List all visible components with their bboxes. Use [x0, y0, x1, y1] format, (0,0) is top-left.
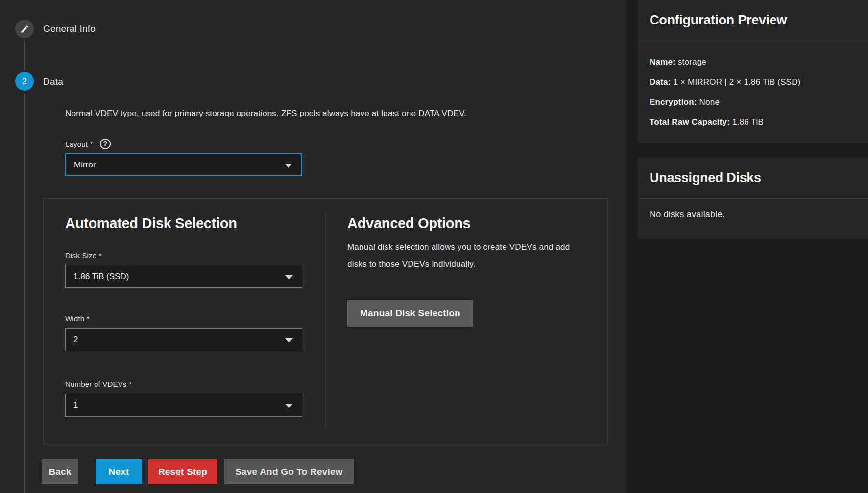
- step-general-info-label[interactable]: General Info: [43, 23, 96, 34]
- back-button[interactable]: Back: [42, 459, 78, 484]
- config-encryption-value: None: [699, 97, 720, 107]
- number-of-vdevs-label: Number of VDEVs *: [65, 380, 132, 388]
- chevron-down-icon: [285, 164, 292, 168]
- disk-size-label: Disk Size *: [65, 251, 102, 259]
- summary-sidebar: Configuration Preview Name: storage Data…: [626, 0, 868, 493]
- data-vdev-description: Normal VDEV type, used for primary stora…: [65, 109, 466, 118]
- manual-disk-selection-button[interactable]: Manual Disk Selection: [347, 300, 473, 327]
- config-name-value: storage: [678, 57, 706, 67]
- config-encryption-key: Encryption:: [650, 97, 697, 107]
- width-select[interactable]: 2: [65, 328, 302, 351]
- layout-select-value: Mirror: [74, 160, 96, 170]
- config-capacity-row: Total Raw Capacity: 1.86 TiB: [650, 112, 856, 132]
- layout-select[interactable]: Mirror: [65, 153, 302, 176]
- number-of-vdevs-select[interactable]: 1: [65, 394, 302, 417]
- step-data-number: 2: [22, 76, 27, 87]
- number-of-vdevs-select-value: 1: [73, 400, 78, 410]
- disk-size-select[interactable]: 1.86 TiB (SSD): [65, 265, 302, 288]
- config-name-row: Name: storage: [650, 52, 856, 72]
- help-icon[interactable]: ?: [100, 139, 111, 149]
- automated-disk-selection-title: Automated Disk Selection: [65, 215, 237, 232]
- config-encryption-row: Encryption: None: [650, 92, 856, 112]
- pool-wizard-main: General Info 2 Data Normal VDEV type, us…: [0, 0, 626, 493]
- configuration-preview-panel: Configuration Preview Name: storage Data…: [638, 0, 868, 143]
- step-data-label[interactable]: Data: [43, 76, 63, 87]
- configuration-preview-title: Configuration Preview: [638, 0, 868, 41]
- width-label: Width *: [65, 314, 90, 323]
- advanced-options-title: Advanced Options: [347, 215, 470, 232]
- config-name-key: Name:: [650, 57, 675, 67]
- config-capacity-key: Total Raw Capacity:: [650, 117, 730, 127]
- chevron-down-icon: [285, 275, 293, 280]
- step-data-circle[interactable]: 2: [15, 72, 34, 91]
- config-data-row: Data: 1 × MIRROR | 2 × 1.86 TiB (SSD): [650, 72, 856, 92]
- edit-pencil-icon: [20, 24, 29, 34]
- unassigned-disks-title: Unassigned Disks: [638, 158, 868, 199]
- reset-step-button[interactable]: Reset Step: [148, 459, 217, 484]
- column-divider: [325, 214, 326, 428]
- save-and-go-to-review-button[interactable]: Save And Go To Review: [224, 459, 354, 484]
- step-actions: Back Next Reset Step Save And Go To Revi…: [42, 459, 354, 484]
- config-capacity-value: 1.86 TiB: [732, 117, 764, 127]
- config-data-value: 1 × MIRROR | 2 × 1.86 TiB (SSD): [673, 77, 800, 87]
- next-button[interactable]: Next: [96, 459, 142, 484]
- width-select-value: 2: [73, 335, 78, 345]
- config-data-key: Data:: [650, 77, 671, 87]
- unassigned-disks-panel: Unassigned Disks No disks available.: [638, 158, 868, 239]
- advanced-options-description: Manual disk selection allows you to crea…: [347, 238, 585, 273]
- step-general-info-circle[interactable]: [15, 20, 34, 38]
- stepper-connector-line: [24, 40, 25, 70]
- layout-label: Layout *: [65, 140, 93, 148]
- no-disks-message: No disks available.: [650, 210, 856, 220]
- chevron-down-icon: [285, 404, 293, 408]
- stepper-connector-line: [24, 93, 25, 493]
- chevron-down-icon: [285, 338, 293, 343]
- disk-size-select-value: 1.86 TiB (SSD): [73, 272, 129, 282]
